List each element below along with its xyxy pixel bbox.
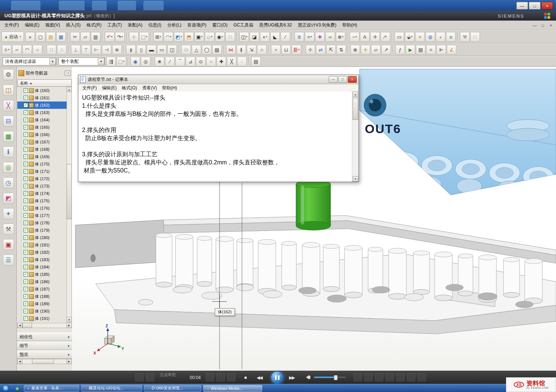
menu-item-7[interactable]: 信息(I) [145,21,164,30]
navigator-item[interactable]: ✓体 (189) [17,300,67,307]
navigator-hscrollbar[interactable]: ◀ ▶ [17,323,72,328]
item-checkbox[interactable]: ✓ [24,88,28,93]
item-checkbox[interactable]: ✓ [24,184,28,188]
navigator-item[interactable]: ✓体 (160) [17,87,67,94]
blue-mold-plate[interactable]: OUT6 [354,69,556,196]
navigator-item[interactable]: ✓体 (176) [17,204,67,212]
volume-slider[interactable] [314,377,346,378]
thicken-icon[interactable]: ⊔ [281,45,291,54]
pattern-icon[interactable]: ∷ [225,32,235,42]
align-bottom-icon[interactable]: ⊥ [71,45,81,54]
close-button[interactable]: × [541,2,553,10]
menu-item-4[interactable]: 格式(R) [83,21,104,30]
navigator-item[interactable]: ✓体 (185) [17,271,67,278]
shell-icon[interactable]: ▣▾ [195,32,204,42]
taskbar-item-2[interactable]: ●D:\360安全浏览... [144,385,201,392]
sew-icon[interactable]: ≈ [271,45,281,54]
grid-snap-icon[interactable]: ⌗ [426,45,436,54]
menu-item-0[interactable]: 文件(F) [1,21,22,30]
taskbar-item-1[interactable]: ●模具论坛-UG论坛... [81,385,142,392]
profile-icon[interactable]: ⌐ [12,45,22,54]
mdi-restore-button[interactable]: □ [540,23,546,28]
item-checkbox[interactable]: ✓ [24,169,28,174]
measure-icon[interactable]: ⊹ [129,32,139,42]
snap-select-icon[interactable]: ⊹▾ [2,45,11,54]
navigator-item[interactable]: ✓体 (184) [17,263,67,271]
overflow-icon[interactable]: » [25,32,35,42]
play-macro-icon[interactable]: ▶ [406,45,415,54]
navigator-item[interactable]: ✓体 (178) [17,219,67,227]
wireframe-view-icon[interactable]: ◎ [141,57,150,66]
arc-icon[interactable]: ◠ [22,45,32,54]
slot-icon[interactable]: ▬ [147,45,156,54]
machining-wizard-icon[interactable]: ⚒ [3,224,14,235]
item-checkbox[interactable]: ✓ [24,265,28,269]
snap-cross-icon[interactable]: ╳ [227,57,236,66]
item-checkbox[interactable]: ✓ [24,272,28,277]
snap-end-icon[interactable]: ∕ [165,57,175,66]
snap-arc-icon[interactable]: ⌒ [175,57,185,66]
item-checkbox[interactable]: ✓ [24,96,28,100]
snap-settings-icon[interactable]: ⇶ [106,57,116,66]
type-filter-dropdown[interactable]: 没有选择过滤器 ▼ [3,57,56,65]
navigator-item[interactable]: ✓体 (175) [17,197,67,204]
section-细节[interactable]: 细节▾ [17,341,72,350]
notepad-text[interactable]: UG塑胶模具设计零件知识--撑头1.什么是撑头 撑头是支撑底板与B板之间的部件，… [78,92,352,182]
snap-quadrant-icon[interactable]: ○ [206,57,216,66]
navigator-item[interactable]: ✓体 (191) [17,315,67,322]
mdi-minimize-button[interactable]: — [532,23,538,28]
move-component-icon[interactable]: ✚ [315,32,325,42]
menu-item-14[interactable]: 帮助(H) [339,21,360,30]
navigator-item[interactable]: ✓体 (171) [17,168,67,175]
tools-extra-icon[interactable]: ⚒ [460,32,470,42]
window-layout-icon[interactable]: ⊞▾ [153,32,163,42]
hd3d-tools-icon[interactable]: ℹ [3,146,14,157]
menu-item-9[interactable]: 首选项(P) [184,21,209,30]
project-icon[interactable]: ⇲ [247,45,256,54]
navigator-item[interactable]: ✓体 (161) [17,94,67,101]
datum-csys-icon[interactable]: ✛ [361,45,370,54]
transform-icon[interactable]: ⇅ [336,45,346,54]
align-top-icon[interactable]: ⊤ [81,45,91,54]
offset-icon[interactable]: ≬ [236,45,246,54]
item-checkbox[interactable]: ✓ [24,243,28,247]
navigator-item[interactable]: ✓体 (177) [17,212,67,219]
navigator-vscrollbar[interactable]: ▲ ▼ [67,87,72,322]
new-file-icon[interactable]: ▢ [36,32,45,42]
scale-icon[interactable]: ⇱ [326,45,336,54]
navigator-item[interactable]: ✓体 (163) [17,109,67,116]
render-style-icon[interactable]: ◕ [436,32,445,42]
panel-hscrollbar[interactable]: ◀ ▶ [17,359,72,364]
more-grid-icon[interactable]: ∷ [470,32,480,42]
copy-icon[interactable]: ▱ [81,32,90,42]
notepad-menu-item-1[interactable]: 编辑(E) [99,84,119,92]
mirror-icon[interactable]: ⋈ [226,45,236,54]
navigator-item[interactable]: ✓体 (166) [17,131,67,138]
menu-item-3[interactable]: 插入(S) [63,21,83,30]
pocket-icon[interactable]: ▯ [136,45,146,54]
spline-icon[interactable]: ~▾ [350,32,359,42]
notepad-maximize-button[interactable]: □ [338,76,347,83]
align-left-icon[interactable]: ⊢ [92,45,101,54]
item-checkbox[interactable]: ✓ [24,132,28,137]
snap-center-icon[interactable]: ⊙ [196,57,206,66]
journal-icon[interactable]: ▤ [416,45,425,54]
pause-button[interactable] [271,371,284,384]
item-checkbox[interactable]: ✓ [24,250,28,254]
menu-item-10[interactable]: 窗口(O) [209,21,230,30]
notepad-scrollbar[interactable]: ▲ ▼ [352,92,359,182]
cone-icon[interactable]: △ [192,45,201,54]
item-checkbox[interactable]: ✓ [24,103,28,107]
item-checkbox[interactable]: ✓ [24,206,28,210]
history-icon[interactable]: ◷ [3,177,14,188]
minimize-button[interactable]: — [516,2,528,10]
snap-mid-icon[interactable]: ⋇ [155,57,164,66]
trim-body-icon[interactable]: ◪ [250,32,259,42]
quick-launch-icon[interactable]: ◆ [15,386,19,391]
sphere-icon[interactable]: ◯ [202,45,211,54]
menu-item-8[interactable]: 分析(L) [164,21,185,30]
part-navigator-icon[interactable]: ⊟ [3,115,14,126]
vector-icon[interactable]: ↗ [381,45,391,54]
view-orient-icon[interactable]: ⬙▾ [405,32,414,42]
navigator-item[interactable]: ✓体 (182) [17,249,67,256]
